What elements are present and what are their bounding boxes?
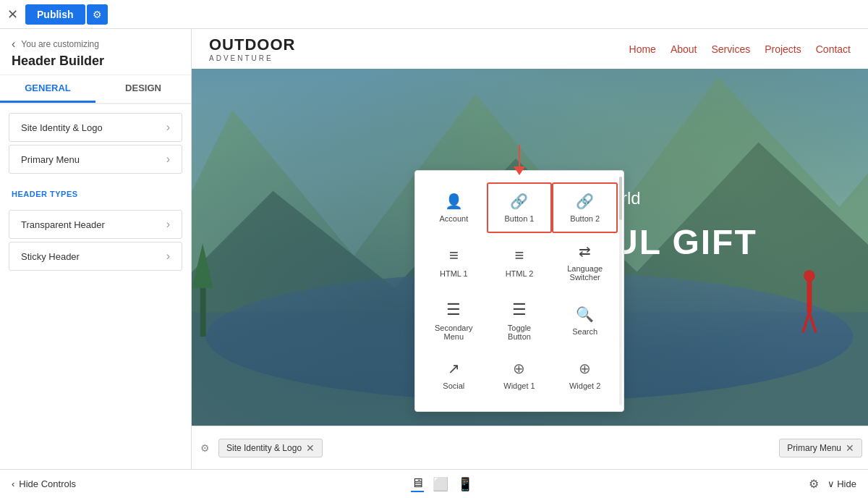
builder-row: ⚙ Site Identity & Logo ✕ Primary Menu ✕ bbox=[192, 439, 868, 457]
arrow-head bbox=[514, 166, 525, 175]
popup-item-label: Button 2 bbox=[570, 214, 600, 223]
lang-switcher-icon: ⇄ bbox=[579, 242, 591, 260]
sidebar-item-label: Sticky Header bbox=[21, 251, 80, 262]
sidebar-general-section: Site Identity & Logo › Primary Menu › bbox=[0, 104, 191, 182]
main-content: ‹ You are customizing Header Builder GEN… bbox=[0, 29, 868, 469]
sidebar-item-transparent-header[interactable]: Transparent Header › bbox=[9, 210, 182, 239]
tab-general[interactable]: GENERAL bbox=[0, 75, 95, 103]
html1-icon: ≡ bbox=[449, 246, 459, 265]
popup-item-label: Secondary Menu bbox=[435, 324, 473, 341]
tablet-view-button[interactable]: ⬜ bbox=[433, 476, 448, 492]
sidebar-header-types-section: Transparent Header › Sticky Header › bbox=[0, 201, 191, 279]
nav-projects[interactable]: Projects bbox=[765, 43, 801, 55]
nav-services[interactable]: Services bbox=[711, 43, 750, 55]
popup-item-label: Button 1 bbox=[505, 214, 535, 223]
sidebar-item-label: Site Identity & Logo bbox=[21, 122, 103, 133]
publish-settings-button[interactable]: ⚙ bbox=[87, 4, 108, 25]
popup-item-label: Search bbox=[572, 327, 597, 336]
logo-main-name: OUTDOOR bbox=[209, 35, 295, 54]
publish-button[interactable]: Publish bbox=[25, 4, 85, 25]
svg-rect-7 bbox=[200, 280, 206, 337]
popup-grid: 👤 Account 🔗 Button 1 🔗 Button 2 ≡ HTML 1 bbox=[415, 177, 624, 405]
mobile-view-button[interactable]: 📱 bbox=[457, 476, 473, 492]
hide-label: Hide bbox=[837, 478, 856, 489]
popup-item-label: Toggle Button bbox=[508, 324, 531, 341]
popup-item-toggle-button[interactable]: ☰ Toggle Button bbox=[487, 291, 553, 350]
arrow-shaft bbox=[519, 145, 520, 166]
hide-button[interactable]: ∨ Hide bbox=[827, 478, 856, 489]
secondary-menu-icon: ☰ bbox=[446, 300, 461, 319]
bottom-left-controls: ‹ Hide Controls bbox=[12, 478, 76, 489]
hide-controls-label: Hide Controls bbox=[19, 478, 76, 489]
account-icon: 👤 bbox=[445, 193, 463, 210]
svg-point-10 bbox=[804, 270, 815, 282]
popup-item-label: Account bbox=[439, 214, 468, 223]
settings-gear-button[interactable]: ⚙ bbox=[809, 477, 819, 491]
sidebar-item-sticky-header[interactable]: Sticky Header › bbox=[9, 242, 182, 271]
logo-sub-name: ADVENTURE bbox=[209, 54, 295, 62]
popup-item-language-switcher[interactable]: ⇄ Language Switcher bbox=[552, 233, 618, 291]
close-button[interactable]: ✕ bbox=[7, 7, 18, 22]
popup-item-button1[interactable]: 🔗 Button 1 bbox=[487, 182, 553, 233]
sidebar-item-primary-menu[interactable]: Primary Menu › bbox=[9, 145, 182, 174]
popup-item-account[interactable]: 👤 Account bbox=[421, 182, 487, 233]
hide-controls-button[interactable]: ‹ Hide Controls bbox=[12, 478, 76, 489]
popup-item-html1[interactable]: ≡ HTML 1 bbox=[421, 233, 487, 291]
device-icons: 🖥 ⬜ 📱 bbox=[411, 476, 473, 492]
chip-site-identity-close[interactable]: ✕ bbox=[306, 442, 315, 454]
popup-item-social[interactable]: ↗ Social bbox=[421, 350, 487, 400]
popup-item-button2[interactable]: 🔗 Button 2 bbox=[552, 182, 618, 233]
popup-item-widget1[interactable]: ⊕ Widget 1 bbox=[487, 350, 553, 400]
builder-bar: ⚙ Site Identity & Logo ✕ Primary Menu ✕ bbox=[192, 426, 868, 469]
widget2-icon: ⊕ bbox=[579, 360, 591, 377]
html2-icon: ≡ bbox=[515, 246, 524, 265]
popup-scroll-area[interactable]: 👤 Account 🔗 Button 1 🔗 Button 2 ≡ HTML 1 bbox=[415, 177, 624, 405]
popup-item-widget2[interactable]: ⊕ Widget 2 bbox=[552, 350, 618, 400]
popup-item-label: HTML 2 bbox=[506, 269, 534, 278]
desktop-view-button[interactable]: 🖥 bbox=[411, 476, 424, 492]
nav-contact[interactable]: Contact bbox=[816, 43, 851, 55]
svg-marker-8 bbox=[192, 243, 213, 288]
nav-about[interactable]: About bbox=[671, 43, 697, 55]
popup-item-html2[interactable]: ≡ HTML 2 bbox=[487, 233, 553, 291]
customizing-label: You are customizing bbox=[21, 39, 99, 49]
chevron-right-icon: › bbox=[166, 153, 170, 166]
sidebar-item-site-identity[interactable]: Site Identity & Logo › bbox=[9, 113, 182, 142]
sidebar-item-label: Transparent Header bbox=[21, 219, 105, 230]
svg-rect-9 bbox=[807, 280, 812, 313]
button1-icon: 🔗 bbox=[510, 193, 528, 210]
button2-icon: 🔗 bbox=[576, 193, 594, 210]
svg-line-11 bbox=[803, 312, 809, 332]
sidebar-header: ‹ You are customizing Header Builder bbox=[0, 29, 191, 75]
nav-home[interactable]: Home bbox=[629, 43, 656, 55]
chip-primary-menu-label: Primary Menu bbox=[787, 443, 841, 453]
chip-site-identity: Site Identity & Logo ✕ bbox=[218, 439, 323, 457]
popup-item-search[interactable]: 🔍 Search bbox=[552, 291, 618, 350]
site-logo: OUTDOOR ADVENTURE bbox=[209, 35, 295, 62]
sidebar: ‹ You are customizing Header Builder GEN… bbox=[0, 29, 192, 469]
builder-title: Header Builder bbox=[12, 54, 179, 69]
site-nav: Home About Services Projects Contact bbox=[629, 43, 851, 55]
popup-item-label: HTML 1 bbox=[440, 269, 468, 278]
arrow-pointer bbox=[514, 145, 525, 175]
hide-controls-icon: ‹ bbox=[12, 478, 14, 489]
popup-item-label: Language Switcher bbox=[567, 264, 603, 282]
sidebar-item-label: Primary Menu bbox=[21, 154, 80, 165]
chevron-down-icon: ∨ bbox=[827, 478, 835, 489]
preview-area: OUTDOOR ADVENTURE Home About Services Pr… bbox=[192, 29, 868, 469]
builder-gear-icon[interactable]: ⚙ bbox=[197, 439, 213, 457]
chevron-right-icon: › bbox=[166, 121, 170, 134]
social-icon: ↗ bbox=[448, 360, 460, 377]
popup-item-secondary-menu[interactable]: ☰ Secondary Menu bbox=[421, 291, 487, 350]
popup-item-label: Widget 1 bbox=[503, 381, 535, 390]
back-button[interactable]: ‹ bbox=[12, 38, 15, 51]
svg-line-12 bbox=[809, 312, 816, 332]
bottom-controls: ‹ Hide Controls 🖥 ⬜ 📱 ⚙ ∨ Hide bbox=[0, 469, 868, 498]
chip-primary-menu-close[interactable]: ✕ bbox=[846, 442, 854, 454]
chip-site-identity-label: Site Identity & Logo bbox=[226, 443, 302, 453]
tab-design[interactable]: DESIGN bbox=[95, 75, 191, 103]
sidebar-tabs: GENERAL DESIGN bbox=[0, 75, 191, 104]
chip-primary-menu: Primary Menu ✕ bbox=[779, 439, 862, 457]
popup-item-label: Widget 2 bbox=[569, 381, 600, 390]
top-bar: ✕ Publish ⚙ bbox=[0, 0, 868, 29]
